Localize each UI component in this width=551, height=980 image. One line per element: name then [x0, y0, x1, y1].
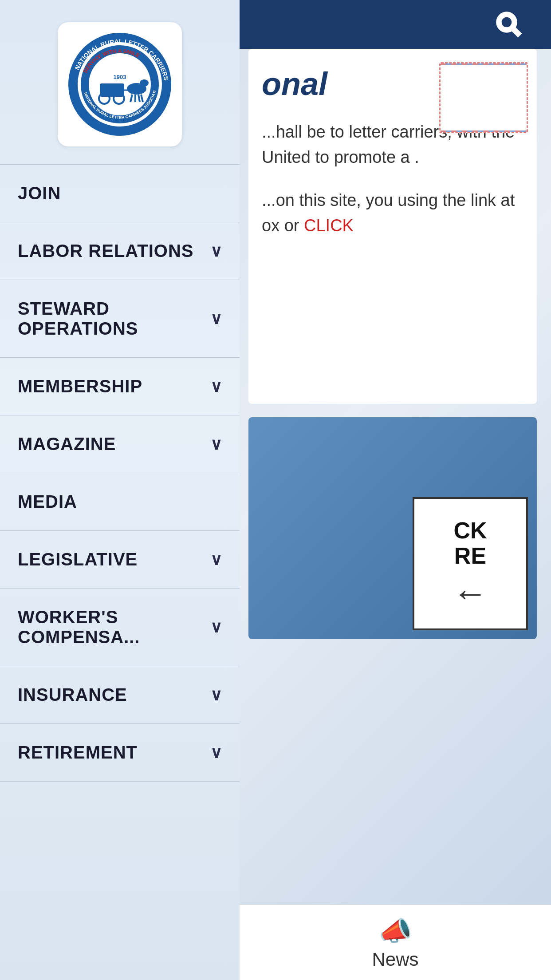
nav-item-retirement[interactable]: RETIREMENT ∨: [0, 724, 240, 782]
nav-list: JOIN LABOR RELATIONS ∨ STEWARD OPERATION…: [0, 164, 240, 782]
nav-item-workers-comp[interactable]: WORKER'S COMPENSA... ∨: [0, 589, 240, 666]
nav-item-insurance[interactable]: INSURANCE ∨: [0, 666, 240, 724]
nav-label-steward: STEWARD OPERATIONS: [18, 299, 210, 339]
news-bar[interactable]: 📣 News: [240, 905, 551, 980]
chevron-down-icon: ∨: [210, 377, 222, 396]
nav-label-insurance: INSURANCE: [18, 685, 127, 705]
nav-label-retirement: RETIREMENT: [18, 743, 138, 763]
chevron-down-icon: ∨: [210, 550, 222, 569]
svg-point-0: [499, 15, 515, 30]
svg-line-1: [512, 28, 520, 36]
card-body-2: ...on this site, you using the link at o…: [248, 179, 537, 247]
nav-item-labor[interactable]: LABOR RELATIONS ∨: [0, 222, 240, 280]
svg-point-10: [140, 79, 149, 87]
svg-rect-6: [100, 83, 124, 97]
arrow-icon: ←: [453, 573, 488, 614]
chevron-down-icon: ∨: [210, 618, 222, 636]
nav-drawer: SERVICE WITH A SMILE NATIONAL RURAL LETT…: [0, 0, 240, 980]
nav-label-workers-comp: WORKER'S COMPENSA...: [18, 607, 210, 647]
nav-item-legislative[interactable]: LEGISLATIVE ∨: [0, 531, 240, 589]
svg-text:1903: 1903: [114, 74, 126, 80]
card-badge: CKRE ←: [413, 497, 528, 630]
nav-label-membership: MEMBERSHIP: [18, 376, 142, 396]
chevron-down-icon: ∨: [210, 309, 222, 328]
nav-item-magazine[interactable]: MAGAZINE ∨: [0, 415, 240, 473]
logo-area: SERVICE WITH A SMILE NATIONAL RURAL LETT…: [0, 0, 240, 164]
card-image: CKRE ←: [248, 417, 537, 639]
nav-label-media: MEDIA: [18, 492, 77, 512]
badge-text: CKRE: [449, 514, 491, 573]
nav-item-membership[interactable]: MEMBERSHIP ∨: [0, 358, 240, 415]
nav-label-legislative: LEGISLATIVE: [18, 549, 138, 569]
nav-item-join[interactable]: JOIN: [0, 164, 240, 222]
card-intro: onal ...hall be to letter carriers, with…: [248, 49, 537, 404]
logo: SERVICE WITH A SMILE NATIONAL RURAL LETT…: [58, 22, 182, 146]
search-button[interactable]: [493, 9, 524, 40]
chevron-down-icon: ∨: [210, 435, 222, 454]
megaphone-icon: 📣: [379, 915, 412, 947]
chevron-down-icon: ∨: [210, 242, 222, 261]
chevron-down-icon: ∨: [210, 686, 222, 704]
card-secondary: CKRE ←: [248, 417, 537, 639]
nav-label-labor: LABOR RELATIONS: [18, 241, 193, 261]
nav-item-steward[interactable]: STEWARD OPERATIONS ∨: [0, 280, 240, 358]
nav-item-media[interactable]: MEDIA: [0, 473, 240, 531]
logo-image: SERVICE WITH A SMILE NATIONAL RURAL LETT…: [67, 31, 173, 138]
nav-label-join: JOIN: [18, 183, 61, 203]
nav-label-magazine: MAGAZINE: [18, 434, 116, 454]
envelope-decoration: [439, 62, 528, 133]
chevron-down-icon: ∨: [210, 743, 222, 762]
news-label: News: [372, 949, 418, 970]
click-link[interactable]: CLICK: [304, 216, 354, 235]
